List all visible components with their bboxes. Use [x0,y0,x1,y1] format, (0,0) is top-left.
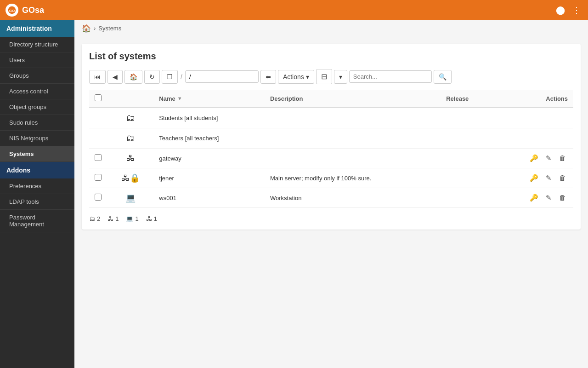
table-row: 💻 ws001 Workstation 🔑 ✎ 🗑 [89,188,573,208]
server-icon: 🖧 [126,154,135,163]
stat-workstation-count: 1 [135,215,138,222]
path-separator: / [180,73,183,80]
breadcrumb-current: Systems [98,25,121,32]
actions-button[interactable]: Actions ▾ [278,70,314,84]
prev-page-button[interactable]: ◀ [107,70,123,84]
topbar-left: GO GOsa [6,4,44,17]
row-icon-cell: 🖧🔒 [107,168,153,188]
stat-folder-icon: 🗂 [89,215,95,222]
row-name-cell: Students [all students] [153,108,265,128]
copy-button[interactable]: ❐ [162,70,178,84]
stat-servers: 🖧 1 [107,215,119,222]
actions-dropdown-icon: ▾ [306,73,309,80]
row-desc-cell [265,149,441,168]
edit-action-icon[interactable]: ✎ [544,173,554,183]
stat-workstation-icon: 💻 [126,215,133,222]
workstation-icon: 💻 [125,193,136,202]
refresh-button[interactable]: ↻ [144,70,160,84]
path-input[interactable] [185,70,259,83]
col-checkbox [89,90,107,108]
actions-label: Actions [283,73,304,80]
stat-special-icon: 🖧 [146,215,152,222]
key-action-icon[interactable]: 🔑 [528,193,540,203]
row-icon-cell: 💻 [107,188,153,208]
delete-action-icon[interactable]: 🗑 [557,153,568,163]
systems-table: Name ▼ Description Release Actions [89,90,573,208]
sidebar-item-systems[interactable]: Systems [0,146,74,162]
key-action-icon[interactable]: 🔑 [528,173,540,183]
sidebar-item-preferences[interactable]: Preferences [0,178,74,194]
row-icon-cell: 🖧 [107,149,153,168]
home-breadcrumb-icon[interactable]: 🏠 [82,24,91,33]
row-desc-cell [265,128,441,149]
edit-action-icon[interactable]: ✎ [544,153,554,163]
table-body: 🗂 Students [all students] 🗂 [89,108,573,208]
row-desc-cell: Workstation [265,188,441,208]
row-name-cell: ws001 [153,188,265,208]
sidebar-item-password-management[interactable]: Password Management [0,210,74,232]
row-name-cell: tjener [153,168,265,188]
filter-button[interactable]: ⊟ [316,69,332,84]
sidebar-item-access-control[interactable]: Access control [0,84,74,99]
row-name-cell: gateway [153,149,265,168]
home-button[interactable]: 🏠 [124,70,142,84]
edit-action-icon[interactable]: ✎ [544,193,554,203]
sidebar-item-sudo-rules[interactable]: Sudo rules [0,115,74,131]
row-checkbox[interactable] [95,154,102,161]
sidebar-item-ldap-tools[interactable]: LDAP tools [0,194,74,210]
row-checkbox-cell[interactable] [89,149,107,168]
row-checkbox[interactable] [95,194,102,201]
row-checkbox-cell[interactable] [89,188,107,208]
row-desc-cell [265,108,441,128]
content-card: List of systems ⏮ ◀ 🏠 ↻ ❐ / ⬅ Actions ▾ … [82,44,581,230]
delete-action-icon[interactable]: 🗑 [557,193,568,203]
sidebar: Administration Directory structure Users… [0,20,74,368]
search-button[interactable]: 🔍 [434,70,452,84]
go-back-button[interactable]: ⬅ [260,70,276,84]
row-actions-cell: 🔑 ✎ 🗑 [493,149,573,168]
table-header: Name ▼ Description Release Actions [89,90,573,108]
row-icon-cell: 🗂 [107,108,153,128]
sidebar-item-directory-structure[interactable]: Directory structure [0,37,74,52]
sidebar-item-object-groups[interactable]: Object groups [0,99,74,115]
row-checkbox-cell[interactable] [89,168,107,188]
stat-folder-count: 2 [97,215,100,222]
stat-special-count: 1 [154,215,157,222]
col-actions: Actions [493,90,573,108]
filter-options-button[interactable]: ▾ [334,70,347,84]
search-input[interactable] [349,70,432,83]
table-row: 🖧🔒 tjener Main server; modify only if 10… [89,168,573,188]
col-description: Description [265,90,441,108]
footer-stats: 🗂 2 🖧 1 💻 1 🖧 1 [89,215,573,222]
row-release-cell [441,168,493,188]
topbar: GO GOsa ⬤ ⋮ [0,0,588,20]
folder-icon: 🗂 [126,113,135,123]
row-checkbox-cell [89,128,107,149]
row-name-cell: Teachers [all teachers] [153,128,265,149]
addons-section-header: Addons [0,162,74,178]
row-checkbox[interactable] [95,174,102,181]
app-name: GOsa [22,6,44,15]
key-action-icon[interactable]: 🔑 [528,153,540,163]
row-icon-cell: 🗂 [107,128,153,149]
user-icon[interactable]: ⬤ [554,3,567,17]
select-all-checkbox[interactable] [95,94,102,101]
stat-special: 🖧 1 [146,215,157,222]
col-release: Release [441,90,493,108]
col-icon [107,90,153,108]
sidebar-item-groups[interactable]: Groups [0,68,74,84]
main-content: List of systems ⏮ ◀ 🏠 ↻ ❐ / ⬅ Actions ▾ … [74,36,588,368]
delete-action-icon[interactable]: 🗑 [557,173,568,183]
more-menu-icon[interactable]: ⋮ [571,3,582,17]
col-name[interactable]: Name ▼ [153,90,265,108]
sidebar-item-users[interactable]: Users [0,52,74,68]
table-row: 🗂 Students [all students] [89,108,573,128]
row-actions-cell: 🔑 ✎ 🗑 [493,188,573,208]
row-release-cell [441,128,493,149]
row-checkbox-cell [89,108,107,128]
sidebar-item-nis-netgroups[interactable]: NIS Netgroups [0,131,74,146]
row-actions-cell [493,128,573,149]
app-logo: GO [6,4,18,17]
row-release-cell [441,149,493,168]
first-page-button[interactable]: ⏮ [89,70,106,84]
